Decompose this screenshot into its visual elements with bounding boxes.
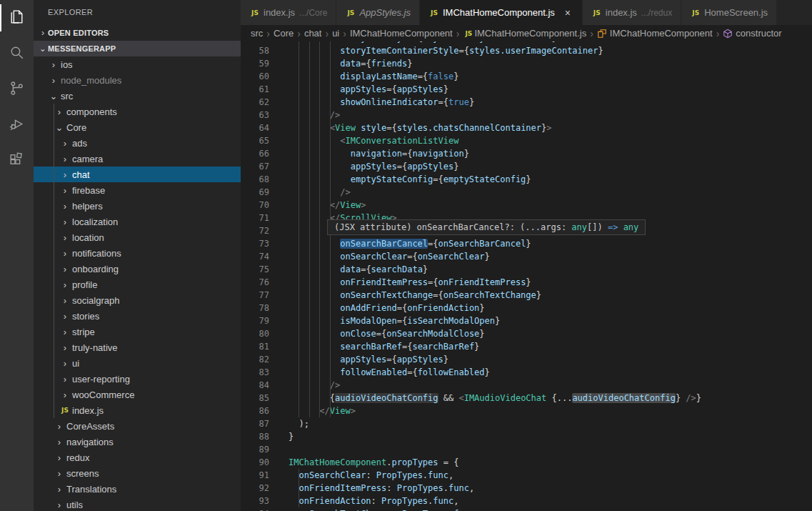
code-line-91[interactable]: 91 onSearchClear: PropTypes.func, (241, 469, 812, 482)
breadcrumb-item-imchathomecomponent[interactable]: IMChatHomeComponent (350, 28, 453, 39)
code-line-80[interactable]: 80 onClose={onSearchModalClose} (241, 327, 812, 340)
tab-label: AppStyles.js (359, 7, 411, 18)
tree-item-chat[interactable]: ›chat (34, 167, 241, 182)
tree-item-navigations[interactable]: ›navigations (34, 434, 241, 450)
code-line-85[interactable]: 85 {audioVideoChatConfig && <IMAudioVide… (241, 392, 812, 405)
line-number: 64 (241, 121, 279, 134)
tree-item-location[interactable]: ›location (34, 229, 241, 245)
tree-item-label: stories (72, 311, 99, 322)
chevron-right-icon: › (48, 59, 59, 70)
tree-item-ios[interactable]: ›ios (34, 56, 241, 72)
code-line-61[interactable]: 61 appStyles={appStyles} (241, 83, 812, 96)
code-line-93[interactable]: 93 onFriendAction: PropTypes.func, (241, 495, 812, 507)
code-line-66[interactable]: 66 navigation={navigation} (241, 147, 812, 160)
code-line-75[interactable]: 75 data={searchData} (241, 263, 812, 276)
breadcrumb-item-src[interactable]: src (251, 28, 263, 39)
code-line-88[interactable]: 88} (241, 430, 812, 443)
code-editor[interactable]: 57 storyItemStyle={styles.storyItemConta… (241, 41, 812, 511)
section-header-messengerapp[interactable]: ⌄MESSENGERAPP (34, 41, 241, 56)
code-line-59[interactable]: 59 data={friends} (241, 57, 812, 70)
code-line-74[interactable]: 74 onSearchClear={onSearchClear} (241, 250, 812, 263)
code-text: onSearchClear: PropTypes.func, (279, 469, 453, 482)
code-line-78[interactable]: 78 onAddFriend={onFriendAction} (241, 302, 812, 314)
code-line-86[interactable]: 86 </View> (241, 405, 812, 417)
tree-item-index-js[interactable]: JSindex.js (34, 402, 241, 418)
tree-item-profile[interactable]: ›profile (34, 277, 241, 292)
code-line-79[interactable]: 79 isModalOpen={isSearchModalOpen} (241, 314, 812, 327)
line-number: 60 (241, 70, 279, 83)
tab-index-js[interactable]: JSindex.js.../redux (583, 0, 681, 25)
code-line-63[interactable]: 63 /> (241, 109, 812, 121)
line-number: 63 (241, 109, 279, 121)
tab-homescreen-js[interactable]: JSHomeScreen.js (681, 0, 777, 25)
tree-item-node-modules[interactable]: ›node_modules (34, 72, 241, 88)
tree-item-user-reporting[interactable]: ›user-reporting (34, 371, 241, 387)
code-line-90[interactable]: 90IMChatHomeComponent.propTypes = { (241, 456, 812, 469)
activity-explorer-button[interactable] (0, 0, 34, 36)
breadcrumb-item-core[interactable]: Core (274, 28, 294, 39)
tree-item-truly-native[interactable]: ›truly-native (34, 339, 241, 355)
code-text: followEnabled={followEnabled} (279, 366, 490, 379)
code-line-62[interactable]: 62 showOnlineIndicator={true} (241, 96, 812, 109)
code-line-77[interactable]: 77 onSearchTextChange={onSearchTextChang… (241, 289, 812, 302)
breadcrumb-item-constructor[interactable]: constructor (723, 28, 781, 39)
tree-item-utils[interactable]: ›utils (34, 497, 241, 511)
breadcrumb-item-imchathomecomponent[interactable]: IMChatHomeComponent (597, 28, 713, 39)
tree-item-label: localization (72, 217, 118, 227)
activity-run-debug-button[interactable] (0, 107, 34, 143)
tree-item-notifications[interactable]: ›notifications (34, 245, 241, 261)
tab-index-js[interactable]: JSindex.js.../Core (241, 0, 336, 25)
code-line-67[interactable]: 67 appStyles={appStyles} (241, 160, 812, 173)
code-line-64[interactable]: 64 <View style={styles.chatsChannelConta… (241, 121, 812, 134)
code-line-76[interactable]: 76 onFriendItemPress={onFriendItemPress} (241, 276, 812, 289)
code-line-58[interactable]: 58 storyItemContainerStyle={styles.userI… (241, 44, 812, 57)
tree-item-components[interactable]: ›components (34, 104, 241, 119)
code-line-87[interactable]: 87 ); (241, 417, 812, 430)
breadcrumb-separator: › (297, 28, 301, 39)
code-line-65[interactable]: 65 <IMConversationListView (241, 134, 812, 147)
tree-item-label: stripe (72, 327, 95, 337)
line-number: 67 (241, 160, 279, 173)
tree-item-localization[interactable]: ›localization (34, 214, 241, 229)
activity-search-button[interactable] (0, 36, 34, 71)
code-line-70[interactable]: 70 </View> (241, 199, 812, 212)
chevron-right-icon: › (59, 390, 71, 400)
tree-item-ads[interactable]: ›ads (34, 135, 241, 151)
tree-item-coreassets[interactable]: ›CoreAssets (34, 418, 241, 434)
tree-item-firebase[interactable]: ›firebase (34, 182, 241, 198)
code-line-60[interactable]: 60 displayLastName={false} (241, 70, 812, 83)
tree-item-camera[interactable]: ›camera (34, 151, 241, 167)
tree-item-redux[interactable]: ›redux (34, 450, 241, 465)
activity-source-control-button[interactable] (0, 71, 34, 107)
code-line-84[interactable]: 84 /> (241, 379, 812, 392)
tab-appstyles-js[interactable]: JSAppStyles.js (336, 0, 420, 25)
code-line-81[interactable]: 81 searchBarRef={searchBarRef} (241, 340, 812, 353)
tree-item-socialgraph[interactable]: ›socialgraph (34, 292, 241, 308)
tree-item-helpers[interactable]: ›helpers (34, 198, 241, 214)
breadcrumb-item-ui[interactable]: ui (332, 28, 339, 39)
tree-item-screens[interactable]: ›screens (34, 465, 241, 481)
code-line-94[interactable]: 94 onSearchTextChange: PropTypes.func, (241, 507, 812, 511)
code-line-89[interactable]: 89 (241, 443, 812, 456)
tree-item-ui[interactable]: ›ui (34, 355, 241, 371)
code-line-69[interactable]: 69 /> (241, 186, 812, 199)
code-line-92[interactable]: 92 onFriendItemPress: PropTypes.func, (241, 482, 812, 495)
tree-item-stories[interactable]: ›stories (34, 308, 241, 324)
close-icon[interactable]: × (562, 7, 573, 19)
code-line-73[interactable]: 73 onSearchBarCancel={onSearchBarCancel} (241, 237, 812, 250)
breadcrumb-item-imchathomecomponent-js[interactable]: JSIMChatHomeComponent.js (463, 28, 586, 39)
code-text: appStyles={appStyles} (279, 83, 448, 96)
code-line-68[interactable]: 68 emptyStateConfig={emptyStateConfig} (241, 173, 812, 186)
tab-imchathomecomponent-js[interactable]: JSIMChatHomeComponent.js× (420, 0, 583, 25)
activity-extensions-button[interactable] (0, 143, 34, 179)
section-header-open-editors[interactable]: ›OPEN EDITORS (34, 25, 241, 41)
breadcrumb-item-chat[interactable]: chat (304, 28, 322, 39)
tree-item-onboarding[interactable]: ›onboarding (34, 261, 241, 277)
tree-item-woocommerce[interactable]: ›wooCommerce (34, 387, 241, 402)
code-line-83[interactable]: 83 followEnabled={followEnabled} (241, 366, 812, 379)
code-line-82[interactable]: 82 appStyles={appStyles} (241, 353, 812, 366)
tree-item-core[interactable]: ⌄Core (34, 119, 241, 135)
tree-item-translations[interactable]: ›Translations (34, 481, 241, 497)
tree-item-stripe[interactable]: ›stripe (34, 324, 241, 339)
tree-item-src[interactable]: ⌄src (34, 88, 241, 104)
